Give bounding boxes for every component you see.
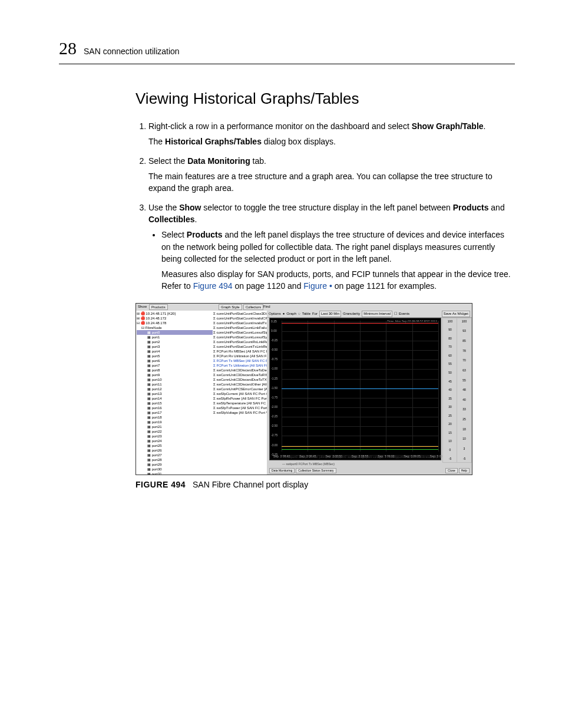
tree-port[interactable]: ▦ port28: [137, 457, 213, 462]
tree-port[interactable]: ▦ port31: [137, 472, 213, 475]
tree-port[interactable]: ▦ port10: [137, 377, 213, 382]
tree-port[interactable]: ▦ port17: [137, 410, 213, 415]
events-checkbox[interactable]: Events: [399, 311, 409, 317]
tree-port[interactable]: ▦ port16: [137, 406, 213, 410]
collector-item[interactable]: Σ swConnUnitC3DiscardDueToDest: [213, 368, 267, 373]
for-dropdown[interactable]: Last 30 Min: [319, 311, 341, 317]
tab-data-monitoring[interactable]: Data Monitoring: [269, 468, 295, 473]
collector-item[interactable]: Σ connUnitPortStatCountInvalidCRC: [213, 316, 267, 321]
tree-port[interactable]: ▦ port5: [137, 354, 213, 358]
collectors-button[interactable]: Collectors: [243, 304, 264, 310]
collector-item[interactable]: Σ swSfpVoltage [All SAN FC Port Vo: [213, 410, 267, 415]
close-button[interactable]: Close: [445, 468, 458, 473]
collector-item[interactable]: Σ FCPort Tx MBSec [All SAN FC Po: [213, 358, 267, 363]
footer-tabs: Data Monitoring Collection Status Summar…: [269, 468, 336, 473]
collector-item[interactable]: Σ connUnitPortStatCountLossofSign: [213, 330, 267, 335]
tree-port[interactable]: ▦ port12: [137, 387, 213, 391]
tab-collection-status[interactable]: Collection Status Summary: [296, 468, 336, 473]
device-tree-pane: ⊞ 🔴 10.24.48.171 [K20]⊞ 🔴 10.24.48.172⊟ …: [136, 311, 214, 475]
legend-item: -- swSfpport0 swSfpVoltage (milli voltag…: [329, 455, 384, 459]
legend-item: — switport0 swSfpTxPower (dbm): [282, 455, 327, 459]
tree-port[interactable]: ▦ port15: [137, 401, 213, 406]
tree-port[interactable]: ▦ port3: [137, 344, 213, 349]
page: 28 SAN connection utilization Viewing Hi…: [0, 0, 562, 728]
table-radio[interactable]: Table: [302, 311, 310, 317]
y-axis-secondary-1: 10090807060555045403530252015100-5: [442, 318, 458, 463]
tree-root[interactable]: ⊞ 🔴 10.24.48.172: [137, 316, 213, 321]
tree-port[interactable]: ▦ port0: [137, 330, 213, 335]
tree-port[interactable]: ▦ port21: [137, 424, 213, 429]
collector-item[interactable]: Σ FCPort Tx Utilization [All SAN FC P: [213, 363, 267, 368]
tree-root[interactable]: ⊞ 🔴 10.24.48.171 [K20]: [137, 311, 213, 316]
bullet-reference: Measures also display for SAN products, …: [161, 268, 515, 292]
find-label: Find: [263, 304, 270, 309]
graph-radio[interactable]: Graph: [286, 311, 296, 317]
tree-port[interactable]: ▦ port23: [137, 434, 213, 439]
link-figure-494[interactable]: Figure 494: [193, 281, 233, 291]
tree-port[interactable]: ▦ port4: [137, 349, 213, 354]
tree-port[interactable]: ▦ port25: [137, 443, 213, 448]
tree-port[interactable]: ▦ port14: [137, 396, 213, 401]
legend-item: — swSfpport0 FCPort Tx Utilization (%): [386, 455, 438, 459]
tree-port[interactable]: ▦ port7: [137, 363, 213, 368]
tree-port[interactable]: ▦ port19: [137, 420, 213, 424]
link-figure-next[interactable]: Figure •: [303, 281, 332, 291]
collector-item[interactable]: Σ swConnUnitC3DiscardDueToRXTo: [213, 373, 267, 377]
collector-item[interactable]: Σ swSfpRxPower [All SAN FC Port: [213, 396, 267, 401]
collector-item[interactable]: Σ connUnitPortStatCountClass3Disc: [213, 311, 267, 316]
save-widget-button[interactable]: Save As Widget: [442, 311, 470, 317]
tree-port[interactable]: ▦ port26: [137, 448, 213, 453]
products-dropdown[interactable]: Products: [149, 304, 168, 310]
tree-port[interactable]: ▦ port9: [137, 373, 213, 377]
chart-legend: — switport0 swSfpTxPower (dbm)-- swSfppo…: [282, 455, 470, 466]
graph-style-button[interactable]: Graph Style: [219, 304, 242, 310]
tree-port[interactable]: ▦ port24: [137, 439, 213, 443]
tree-root[interactable]: ⊟ 🔴 10.24.48.178: [137, 321, 213, 325]
bullet-products: Select Products and the left panel displ…: [161, 229, 515, 292]
collectors-pane: Σ connUnitPortStatCountClass3DiscΣ connU…: [213, 311, 269, 475]
tree-port[interactable]: ▦ port13: [137, 391, 213, 396]
show-label: Show: [138, 304, 147, 309]
page-header: 28 SAN connection utilization: [59, 35, 515, 64]
y-axis-secondary-2: 1009385787063554840332518103-5: [457, 318, 472, 463]
collector-item[interactable]: Σ connUnitPortStatCountRxLinkRese: [213, 340, 267, 344]
collector-item[interactable]: Σ FCPort Rx MBSec [All SAN FC Po: [213, 349, 267, 354]
section-title: SAN connection utilization: [84, 45, 180, 57]
tree-port[interactable]: ▦ port29: [137, 462, 213, 467]
collector-item[interactable]: Σ swSfpTxPower [All SAN FC Port: [213, 406, 267, 410]
tree-port[interactable]: ▦ port18: [137, 415, 213, 420]
steps-list: Right-click a row in a performance monit…: [135, 120, 515, 292]
tree-port[interactable]: ▦ port2: [137, 340, 213, 344]
content: Viewing Historical Graphs/Tables Right-c…: [135, 88, 515, 292]
tree-group[interactable]: ⊟ FibreNode: [137, 325, 213, 330]
graph-pane: Options ●Graph ○Table For Last 30 Min Gr…: [267, 311, 472, 475]
collector-item[interactable]: Σ connUnitPortStatCountInvalidTxW: [213, 321, 267, 325]
for-label: For: [312, 311, 318, 317]
collector-item[interactable]: Σ swConnUnitC3DiscardOther [All S: [213, 382, 267, 387]
tree-port[interactable]: ▦ port27: [137, 453, 213, 457]
graph-options-bar: Options ●Graph ○Table For Last 30 Min Gr…: [267, 311, 472, 318]
collector-item[interactable]: Σ connUnitPortStatCountLinkFailures: [213, 325, 267, 330]
tree-port[interactable]: ▦ port30: [137, 467, 213, 472]
chart-area: Time: Mon Sep 03 09:08:57 PST 2012 0.250…: [269, 318, 441, 460]
collector-item[interactable]: Σ FCPort Rx Utilization [All SAN FC P: [213, 354, 267, 358]
figure-caption-text: SAN Fibre Channel port display: [193, 480, 308, 489]
step-3: Use the Show selector to toggle the tree…: [148, 202, 515, 292]
collector-item[interactable]: Σ swSfpTemperature [All SAN FC P: [213, 401, 267, 406]
chapter-number: 28: [59, 35, 77, 61]
help-button[interactable]: Help: [459, 468, 470, 473]
collector-item[interactable]: Σ swSfpCurrent [All SAN FC Port Cu: [213, 391, 267, 396]
dialog-buttons: Close Help: [445, 468, 470, 473]
tree-port[interactable]: ▦ port6: [137, 358, 213, 363]
tree-port[interactable]: ▦ port22: [137, 429, 213, 434]
options-label: Options: [269, 311, 281, 317]
step-2: Select the Data Monitoring tab. The main…: [148, 155, 515, 195]
collector-item[interactable]: Σ swConnUnitPCSErrorCounter [All: [213, 387, 267, 391]
collector-item[interactable]: Σ connUnitPortStatCountTxLinkRese: [213, 344, 267, 349]
tree-port[interactable]: ▦ port8: [137, 368, 213, 373]
granularity-dropdown[interactable]: Minimum Interval: [362, 311, 392, 317]
collector-item[interactable]: Σ swConnUnitC3DiscardDueToTXTo: [213, 377, 267, 382]
tree-port[interactable]: ▦ port11: [137, 382, 213, 387]
tree-port[interactable]: ▦ port1: [137, 335, 213, 340]
collector-item[interactable]: Σ connUnitPortStatCountLossofSync: [213, 335, 267, 340]
